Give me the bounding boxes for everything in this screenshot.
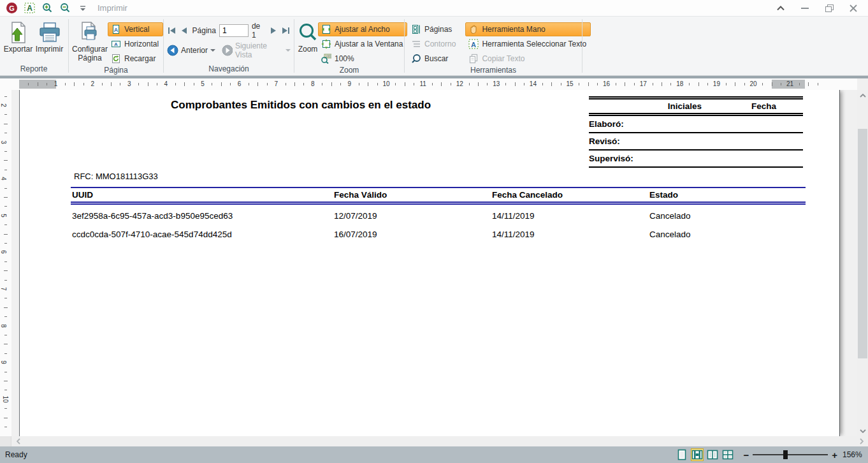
outline-button[interactable]: Contorno [408, 37, 460, 51]
ruler-tick [4, 418, 8, 418]
view-two-pages-button[interactable] [706, 448, 719, 461]
page-setup-button[interactable]: Configurar Página [72, 18, 108, 63]
table-cell: 14/11/2019 [492, 211, 649, 221]
zoom-out-icon[interactable] [59, 3, 71, 14]
ruler-tick [818, 83, 818, 85]
ruler-tick [4, 188, 7, 189]
close-button[interactable] [845, 2, 862, 15]
select-text-tool-button[interactable]: A Herramienta Seleccionar Texto [465, 37, 591, 51]
first-page-button[interactable] [167, 26, 177, 36]
vertical-button[interactable]: A Vertical [108, 22, 163, 36]
outline-label: Contorno [424, 40, 456, 48]
next-page-button[interactable] [268, 26, 278, 36]
ruler-tick [726, 83, 727, 85]
fit-window-button[interactable]: Ajustar a la Ventana [318, 37, 407, 51]
ruler-number: 13 [493, 80, 500, 87]
view-fit-width-button[interactable] [691, 448, 704, 461]
ruler-tick [249, 83, 249, 85]
app-logo-icon[interactable]: G [6, 3, 17, 13]
refresh-icon [110, 54, 121, 64]
table-cell: 16/07/2019 [334, 230, 492, 239]
ruler-tick [4, 261, 7, 262]
ruler-tick [414, 83, 414, 85]
fit-width-icon [321, 24, 331, 35]
collapse-ribbon-button[interactable] [772, 2, 789, 15]
ruler-corner [0, 78, 11, 90]
ruler-number: 5 [201, 80, 205, 87]
ruler-number: 4 [0, 177, 7, 180]
search-button[interactable]: Buscar [408, 52, 460, 66]
zoom-in-button[interactable]: + [832, 450, 837, 460]
zoom-out-button[interactable]: − [743, 450, 749, 460]
ruler-tick [588, 82, 589, 86]
horizontal-button[interactable]: A Horizontal [108, 37, 163, 51]
horizontal-label: Horizontal [124, 40, 159, 48]
zoom-in-icon[interactable] [41, 3, 53, 14]
ruler-tick [4, 114, 7, 115]
table-cell: Cancelado [649, 230, 806, 239]
previous-page-button[interactable] [180, 26, 189, 36]
page-setup-label: Configurar Página [72, 45, 108, 63]
page-setup-icon [79, 21, 101, 44]
export-button[interactable]: Exportar [3, 18, 34, 54]
ruler-tick [625, 82, 625, 86]
rfc-label: RFC: MMO181113G33 [74, 172, 158, 181]
ribbon-group-reporte: Exportar Imprimir Reporte [0, 17, 68, 75]
preview-canvas[interactable]: Comprobantes Emitidos con cambios en el … [11, 90, 857, 436]
zoom-button[interactable]: Zoom [298, 18, 318, 54]
ruler-tick [4, 124, 8, 124]
landscape-icon: A [110, 39, 121, 50]
fit-window-icon [321, 39, 331, 50]
ruler-tick [4, 234, 8, 235]
zoom-100-button[interactable]: 100 100% [318, 52, 407, 66]
outline-icon [410, 39, 421, 50]
scroll-up-arrow[interactable] [857, 90, 868, 101]
reload-label: Recargar [124, 54, 156, 63]
ruler-tick [689, 83, 690, 85]
ruler-tick [4, 160, 8, 161]
view-single-page-button[interactable] [676, 448, 688, 461]
ruler-tick [478, 82, 479, 86]
horizontal-scrollbar[interactable] [11, 436, 868, 446]
vertical-scrollbar[interactable] [857, 90, 868, 436]
search-icon [410, 54, 421, 64]
report-table-header: UUIDFecha VálidoFecha CanceladoEstado [71, 187, 806, 205]
pages-panel-button[interactable]: Páginas [408, 22, 460, 36]
zoom-slider-thumb[interactable] [783, 450, 788, 459]
fit-width-button[interactable]: Ajustar al Ancho [318, 22, 407, 36]
minimize-button[interactable] [797, 2, 813, 15]
hand-tool-button[interactable]: Herramienta Mano [465, 22, 591, 36]
zoom-slider-track[interactable] [753, 454, 828, 455]
last-page-button[interactable] [281, 26, 291, 36]
document-area: 123456789101112131415161718192021 234567… [0, 78, 868, 436]
scroll-left-arrow[interactable] [13, 436, 24, 446]
page-number-input[interactable] [219, 24, 249, 37]
ribbon-group-navegacion: Página de 1 Anterior Siguiente [164, 17, 293, 75]
copy-text-button[interactable]: Copiar Texto [465, 52, 591, 66]
ruler-tick [175, 83, 176, 85]
ruler-number: 21 [786, 80, 793, 87]
vertical-scroll-thumb[interactable] [858, 129, 867, 358]
ruler-tick [377, 83, 378, 85]
text-select-icon[interactable]: A [24, 3, 35, 14]
scroll-right-arrow[interactable] [856, 436, 867, 446]
restore-button[interactable] [821, 2, 837, 15]
ruler-tick [4, 243, 7, 244]
scroll-down-arrow[interactable] [857, 425, 868, 436]
group-divider [404, 19, 405, 73]
fit-window-label: Ajustar a la Ventana [335, 40, 403, 48]
svg-text:A: A [114, 41, 118, 47]
ruler-tick [616, 83, 616, 85]
ruler-tick [469, 83, 470, 85]
print-button[interactable]: Imprimir [34, 18, 65, 54]
next-view-button[interactable]: Siguiente Vista [222, 41, 291, 59]
toolbar-overflow-icon[interactable] [77, 3, 89, 14]
reload-button[interactable]: Recargar [108, 52, 163, 66]
ruler-tick [111, 82, 112, 86]
ruler-tick [4, 298, 7, 298]
ruler-number: 3 [0, 140, 7, 144]
view-multi-page-button[interactable] [721, 448, 734, 461]
previous-view-button[interactable]: Anterior [167, 45, 215, 56]
zoom-label: Zoom [298, 45, 318, 54]
ruler-tick [4, 344, 8, 344]
